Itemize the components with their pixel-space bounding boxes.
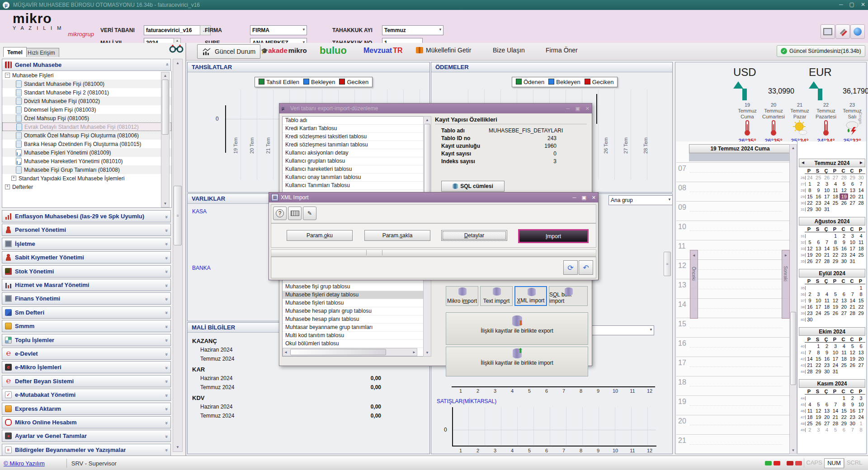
calendar-day[interactable]: 19 [848, 356, 857, 362]
calendar-day[interactable]: 3 [814, 427, 823, 433]
calendar-day[interactable]: 11 [831, 187, 840, 193]
calendar-day[interactable]: 9 [840, 239, 848, 245]
expand-chevron-icon[interactable]: » [164, 243, 170, 244]
calendar-day[interactable]: 31 [848, 258, 857, 264]
table-list-row[interactable]: Kullanıcı hareketleri tablosu [283, 165, 424, 174]
collapse-icon[interactable]: » [164, 64, 170, 66]
sidebar-section-personel-y-netimi[interactable]: Personel Yönetimi» [2, 224, 171, 236]
tree-scrollbar[interactable]: ▲ ▼ [161, 72, 170, 207]
calendar-day[interactable]: 21 [806, 362, 814, 368]
calendar-day[interactable]: 24 [814, 310, 823, 316]
calendar-day[interactable]: 6 [848, 181, 857, 187]
sidebar-section-mikro-online-hesab-m[interactable]: Mikro Online Hesabım» [2, 416, 171, 428]
buluo-link[interactable]: buluo [320, 45, 347, 56]
panel-scrollbar[interactable]: ≡ [664, 252, 671, 276]
calendar-day[interactable]: 9 [848, 401, 857, 408]
calendar-day[interactable]: 1 [840, 395, 848, 401]
dialog-title-bar[interactable]: µ Veri tabanı export-import-düzenleme ─ … [279, 103, 592, 113]
calendar-day[interactable]: 28 [806, 368, 814, 375]
tree-item[interactable]: Banka Hesap Özetinden Fiş Oluşturma (081… [2, 140, 171, 148]
calendar-day[interactable]: 2 [848, 395, 857, 401]
refresh-button[interactable]: ⟳ [563, 260, 578, 275]
expand-chevron-icon[interactable]: » [164, 270, 170, 272]
sidebar-section-e-mutabakat-y-netimi[interactable]: ✓e-Mutabakat Yönetimi» [2, 389, 171, 401]
scroll-right-icon[interactable]: ► [412, 349, 416, 356]
calendar-day[interactable]: 5 [831, 427, 840, 433]
tahakkuk-ayi-select[interactable]: Temmuz▼ [382, 25, 443, 35]
calendar-day[interactable] [857, 206, 865, 212]
expand-chevron-icon[interactable]: » [164, 435, 170, 437]
calendar-day[interactable]: 6 [823, 401, 831, 408]
scroll-down-icon[interactable]: ▼ [790, 447, 797, 454]
calendar-day[interactable]: 1 [814, 343, 823, 349]
calendar-day[interactable]: 20 [823, 414, 831, 420]
calendar-day[interactable]: 3 [814, 291, 823, 297]
expand-chevron-icon[interactable]: » [164, 298, 170, 300]
calendar-day[interactable]: 12 [848, 349, 857, 356]
import-button[interactable]: Import [518, 229, 589, 243]
calendar-day[interactable]: 7 [823, 239, 831, 245]
calendar-day[interactable]: 31 [823, 206, 831, 212]
close-button[interactable]: ✕ [861, 1, 865, 8]
sidebar-section-bildirgeler-beyannameler-ve-yaz-malar[interactable]: ≡Bildirgeler Beyannameler ve Yazışmalar» [2, 444, 171, 456]
calendar-day[interactable]: 5 [840, 181, 848, 187]
calendar-day[interactable]: 13 [840, 297, 848, 304]
calendar-day[interactable]: 17 [857, 408, 865, 414]
calendar-day[interactable] [840, 206, 848, 212]
calendar-day[interactable]: 6 [840, 291, 848, 297]
sidebar-section-smmm[interactable]: Smmm» [2, 320, 171, 332]
calendar-day[interactable] [806, 285, 814, 291]
calendar-day[interactable]: 27 [814, 258, 823, 264]
akademikro-link[interactable]: 🎓akademikro [261, 47, 307, 54]
table-list-row[interactable]: Kullanıcı Tanımları Tablosu [283, 182, 424, 190]
sidebar-section-sabit-k-ymetler-y-netimi[interactable]: Sabit Kıymetler Yönetimi» [2, 251, 171, 263]
close-button[interactable]: ✕ [592, 195, 596, 201]
calendar-day[interactable]: 13 [823, 408, 831, 414]
expand-chevron-icon[interactable]: » [164, 257, 170, 258]
param-sakla-button[interactable]: Param.sakla [364, 230, 430, 241]
calendar-day[interactable]: 21 [857, 193, 865, 200]
calendar-day[interactable] [823, 316, 831, 323]
calendar-day[interactable]: 6 [840, 427, 848, 433]
calendar-day[interactable] [848, 285, 857, 291]
calendar-day[interactable]: 28 [823, 258, 831, 264]
calendar-day[interactable]: 29 [848, 174, 857, 181]
reports-button[interactable] [821, 24, 835, 39]
calendar-day[interactable] [840, 285, 848, 291]
calendar-day[interactable] [840, 368, 848, 375]
sidebar-section-e-mikro-i-lemleri[interactable]: ee-Mikro İşlemleri» [2, 361, 171, 373]
hour-row[interactable]: 18 [676, 376, 789, 395]
calendar-day[interactable]: 11 [857, 239, 865, 245]
calendar-month-header[interactable]: Eylül 2024 [799, 269, 865, 277]
bize-ulasin-button[interactable]: Bize Ulaşın [493, 47, 525, 54]
calendar-day[interactable]: 28 [857, 200, 865, 206]
calendar-day[interactable]: 7 [848, 427, 857, 433]
calendar-day[interactable]: 15 [831, 245, 840, 252]
scroll-up-icon[interactable]: ▲ [173, 59, 182, 67]
scroll-down-icon[interactable]: ▼ [424, 349, 431, 356]
calendar-day[interactable]: 5 [814, 401, 823, 408]
hour-row[interactable]: 08 [676, 182, 789, 201]
calendar-day[interactable]: 3 [831, 343, 840, 349]
tab-hizli-erisim[interactable]: Hızlı Erişim [24, 48, 59, 57]
tools-button[interactable] [835, 24, 850, 39]
calendar-day[interactable]: 22 [814, 362, 823, 368]
calendar-day[interactable]: 11 [840, 349, 848, 356]
calendar-day[interactable]: 14 [823, 245, 831, 252]
hour-row[interactable]: 07 [676, 162, 789, 182]
calendar-day[interactable]: 23 [823, 362, 831, 368]
table-list-row[interactable]: Muhasebe hesap planı grup tablosu [283, 307, 424, 315]
table-list-row[interactable]: Kredi Kartları Tablosu [283, 125, 424, 133]
calendar-day[interactable]: 13 [857, 349, 865, 356]
calendar-day[interactable]: 25 [806, 420, 814, 427]
calendar-day[interactable]: 26 [848, 362, 857, 368]
tree-item[interactable]: +Standart Yapıdaki Excel Muhasebe İşleml… [2, 174, 171, 183]
calendar-day[interactable]: 30 [814, 206, 823, 212]
calendar-day[interactable]: 4 [840, 343, 848, 349]
calendar-day[interactable] [823, 285, 831, 291]
calendar-day[interactable]: 1 [857, 285, 865, 291]
sidebar-section-stok-y-netimi[interactable]: Stok Yönetimi» [2, 265, 171, 277]
calendar-day[interactable] [823, 395, 831, 401]
table-list-row[interactable]: Muhtasar beyanname grup tanımları [283, 324, 424, 332]
calendar-day[interactable]: 2 [806, 427, 814, 433]
